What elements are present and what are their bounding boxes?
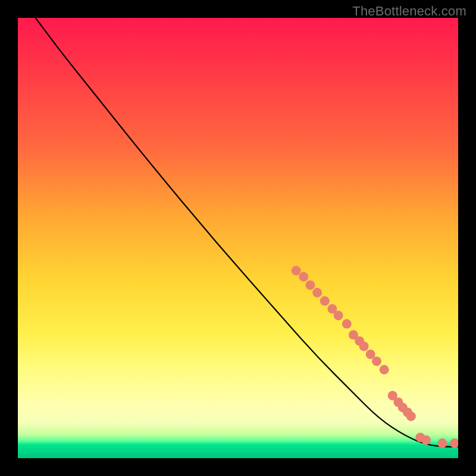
data-marker [299,272,308,281]
data-marker [372,356,381,366]
data-marker [320,296,330,306]
data-marker [305,280,315,290]
chart-overlay [18,18,458,458]
data-marker [437,439,447,448]
marker-group [292,266,458,448]
data-marker [359,342,369,351]
data-marker [406,412,416,421]
data-marker [334,311,343,320]
data-marker [312,288,322,298]
bottleneck-curve [36,18,458,447]
data-marker [380,365,389,374]
plot-area [18,18,458,458]
chart-frame: TheBottleneck.com [0,0,476,476]
data-marker [342,319,352,328]
watermark-text: TheBottleneck.com [352,4,466,19]
data-marker [421,436,431,445]
data-marker [292,266,301,275]
